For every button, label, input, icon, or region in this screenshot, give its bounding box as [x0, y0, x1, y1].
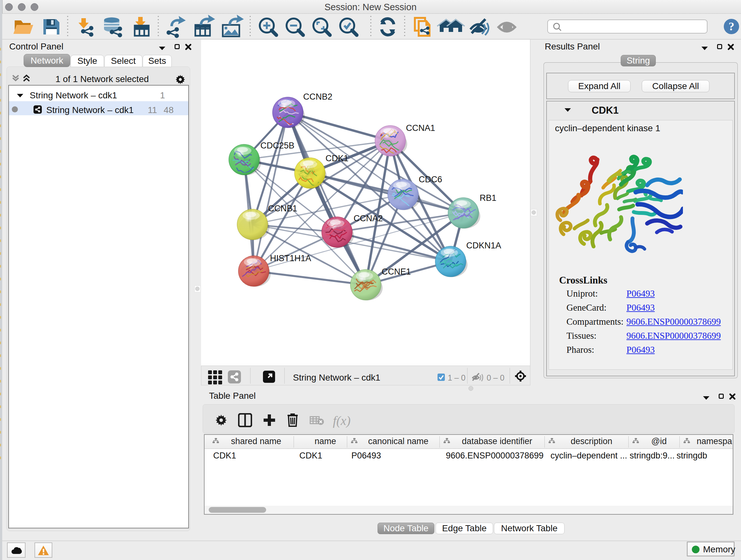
svg-text:?: ?: [729, 20, 734, 33]
svg-text:CDC6: CDC6: [419, 175, 442, 184]
svg-text:CCNB2: CCNB2: [303, 92, 333, 102]
svg-text:CCNA1: CCNA1: [406, 123, 435, 133]
svg-text:CCNA2: CCNA2: [354, 213, 383, 223]
svg-text:CDK1: CDK1: [326, 153, 348, 163]
svg-text:CCNB1: CCNB1: [268, 204, 297, 213]
svg-text:CCNE1: CCNE1: [382, 267, 411, 276]
svg-text:RB1: RB1: [480, 193, 496, 203]
svg-text:CDC25B: CDC25B: [260, 141, 294, 150]
svg-text:HIST1H1A: HIST1H1A: [270, 253, 311, 263]
svg-text:CDKN1A: CDKN1A: [466, 241, 501, 250]
